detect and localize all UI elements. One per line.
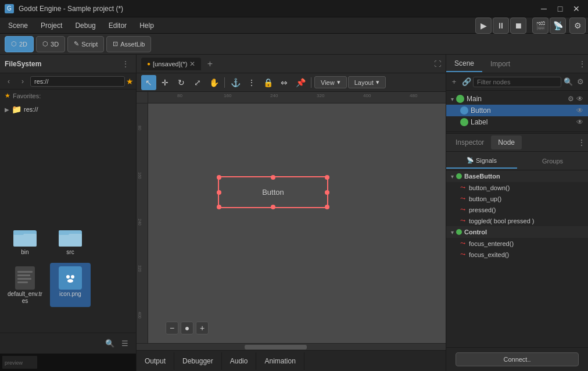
viewport-canvas[interactable]: 80 160 240 320 400 480 80 160 240 320 40… bbox=[137, 92, 446, 343]
bottom-tab-audio[interactable]: Audio bbox=[222, 352, 257, 370]
handle-mid-right[interactable] bbox=[325, 190, 329, 195]
main-layout: FileSystem ⋮ ‹ › res:// ★ ★ Favorites: ▶… bbox=[0, 55, 588, 371]
node-tab[interactable]: Node bbox=[491, 135, 522, 149]
viewport-panel: ● [unsaved](*) ✕ + ⛶ ↖ ✛ ↻ ⤢ ✋ ⚓ ⋮ 🔒 ⇔ 📌… bbox=[137, 55, 446, 371]
tree-item-res[interactable]: ▶ 📁 res:// bbox=[0, 103, 136, 116]
play-button[interactable]: ▶ bbox=[475, 17, 492, 34]
nav-forward-button[interactable]: › bbox=[16, 75, 29, 88]
fs-search-button[interactable]: 🔍 bbox=[103, 337, 116, 350]
button-widget[interactable]: Button bbox=[218, 176, 328, 208]
layout-button[interactable]: Layout ▾ bbox=[348, 76, 386, 88]
favorites-button[interactable]: ★ bbox=[126, 77, 134, 86]
file-item-icon-png[interactable]: icon.png bbox=[50, 263, 91, 307]
scrollbar-thumb[interactable] bbox=[245, 345, 306, 349]
inspector-tab[interactable]: Inspector bbox=[449, 135, 491, 149]
scene-node-button[interactable]: Button 👁 bbox=[446, 105, 588, 116]
nav-back-button[interactable]: ‹ bbox=[2, 75, 15, 88]
handle-top-mid[interactable] bbox=[271, 175, 275, 180]
minimize-button[interactable]: ─ bbox=[537, 3, 551, 15]
scene-node-main[interactable]: ▾ Main ⚙ 👁 bbox=[446, 93, 588, 105]
tool-select-button[interactable]: ↖ bbox=[141, 75, 156, 90]
section-basebutton[interactable]: ▾ BaseButton bbox=[446, 170, 588, 182]
node-eye-main-button[interactable]: 👁 bbox=[576, 95, 583, 103]
scene-node-label[interactable]: Label 👁 bbox=[446, 116, 588, 128]
file-item-default-env[interactable]: default_env.tres bbox=[5, 263, 45, 307]
filter-nodes-input[interactable] bbox=[473, 77, 561, 87]
movie-button[interactable]: 🎬 bbox=[532, 17, 548, 34]
scene-panel-menu-button[interactable]: ⋮ bbox=[576, 58, 588, 70]
maximize-button[interactable]: □ bbox=[553, 3, 567, 15]
signal-toggled[interactable]: ⤳ toggled( bool pressed ) bbox=[446, 215, 588, 226]
file-item-bin[interactable]: bin bbox=[5, 221, 45, 258]
tool-pan-button[interactable]: ✋ bbox=[206, 75, 221, 90]
bottom-tab-debugger[interactable]: Debugger bbox=[174, 352, 222, 370]
link-node-button[interactable]: 🔗 bbox=[461, 76, 472, 88]
node-eye-button-button[interactable]: 👁 bbox=[576, 106, 583, 115]
viewport-scrollbar[interactable] bbox=[137, 343, 446, 350]
godot-icon-file bbox=[58, 265, 83, 291]
zoom-in-button[interactable]: + bbox=[196, 322, 209, 334]
node-eye-label-button[interactable]: 👁 bbox=[576, 118, 583, 126]
path-bar[interactable]: res:// bbox=[30, 76, 125, 87]
scene-tab-import[interactable]: Import bbox=[482, 56, 518, 72]
mode-2d-button[interactable]: ⬡ 2D bbox=[5, 36, 34, 52]
tab-close-button[interactable]: ✕ bbox=[189, 60, 195, 68]
tool-rotate-button[interactable]: ↻ bbox=[174, 75, 189, 90]
tool-pin-button[interactable]: 📌 bbox=[293, 75, 308, 90]
menu-project[interactable]: Project bbox=[35, 19, 68, 32]
menu-debug[interactable]: Debug bbox=[69, 19, 101, 32]
handle-mid-left[interactable] bbox=[217, 190, 221, 195]
handle-top-left[interactable] bbox=[217, 175, 221, 180]
handle-bottom-right[interactable] bbox=[325, 205, 329, 209]
signal-focus-exited[interactable]: ⤳ focus_exited() bbox=[446, 249, 588, 260]
stop-button[interactable]: ⏹ bbox=[510, 17, 526, 34]
groups-tab[interactable]: Groups bbox=[517, 154, 588, 168]
bottom-tab-animation[interactable]: Animation bbox=[256, 352, 304, 370]
add-node-button[interactable]: + bbox=[449, 76, 460, 88]
tool-grid-button[interactable]: ⋮ bbox=[244, 75, 259, 90]
scene-extra-button[interactable]: ⚙ bbox=[575, 76, 586, 88]
tool-expand-button[interactable]: ⇔ bbox=[277, 75, 292, 90]
handle-top-right[interactable] bbox=[325, 175, 329, 180]
handle-bottom-left[interactable] bbox=[217, 205, 221, 209]
view-button[interactable]: View ▾ bbox=[314, 76, 347, 88]
fs-list-button[interactable]: ☰ bbox=[119, 337, 131, 350]
viewport-tab-bar: ● [unsaved](*) ✕ + ⛶ bbox=[137, 55, 446, 73]
menu-editor[interactable]: Editor bbox=[103, 19, 132, 32]
file-item-src[interactable]: src bbox=[50, 221, 91, 258]
signal-pressed[interactable]: ⤳ pressed() bbox=[446, 204, 588, 215]
assetlib-button[interactable]: ⊡ AssetLib bbox=[106, 36, 151, 52]
search-nodes-button[interactable]: 🔍 bbox=[562, 76, 573, 88]
signal-button-up[interactable]: ⤳ button_up() bbox=[446, 193, 588, 204]
menu-help[interactable]: Help bbox=[134, 19, 160, 32]
tool-move-button[interactable]: ✛ bbox=[157, 75, 173, 90]
pause-button[interactable]: ⏸ bbox=[493, 17, 509, 34]
scene-tab-scene[interactable]: Scene bbox=[446, 56, 482, 72]
signal-focus-entered[interactable]: ⤳ focus_entered() bbox=[446, 238, 588, 249]
filesystem-menu-button[interactable]: ⋮ bbox=[120, 58, 131, 70]
remote-button[interactable]: 📡 bbox=[550, 17, 566, 34]
scene-node-label-label: Label bbox=[471, 118, 574, 126]
section-label-basebutton: BaseButton bbox=[464, 173, 500, 180]
viewport-tab[interactable]: ● [unsaved](*) ✕ bbox=[141, 58, 201, 70]
script-button[interactable]: ✎ Script bbox=[67, 36, 104, 52]
zoom-reset-button[interactable]: ● bbox=[181, 322, 193, 334]
tool-snap-button[interactable]: 🔒 bbox=[260, 75, 275, 90]
mode-3d-button[interactable]: ⬡ 3D bbox=[36, 36, 65, 52]
viewport-expand-button[interactable]: ⛶ bbox=[434, 60, 441, 68]
new-tab-button[interactable]: + bbox=[203, 58, 216, 70]
menu-scene[interactable]: Scene bbox=[2, 19, 34, 32]
signals-tab[interactable]: 📡 Signals bbox=[446, 154, 517, 169]
close-button[interactable]: ✕ bbox=[569, 3, 583, 15]
connect-button[interactable]: Connect.. bbox=[456, 352, 579, 366]
inspector-menu-button[interactable]: ⋮ bbox=[578, 138, 586, 147]
bottom-tab-output[interactable]: Output bbox=[137, 352, 174, 370]
tool-scale-button[interactable]: ⤢ bbox=[190, 75, 205, 90]
section-control[interactable]: ▾ Control bbox=[446, 226, 588, 238]
handle-bottom-mid[interactable] bbox=[271, 205, 275, 209]
node-visibility-main-button[interactable]: ⚙ bbox=[568, 95, 574, 103]
settings-button[interactable]: ⚙ bbox=[569, 17, 586, 34]
zoom-out-button[interactable]: − bbox=[166, 322, 178, 334]
signal-button-down[interactable]: ⤳ button_down() bbox=[446, 182, 588, 193]
tool-anchor-button[interactable]: ⚓ bbox=[228, 75, 243, 90]
